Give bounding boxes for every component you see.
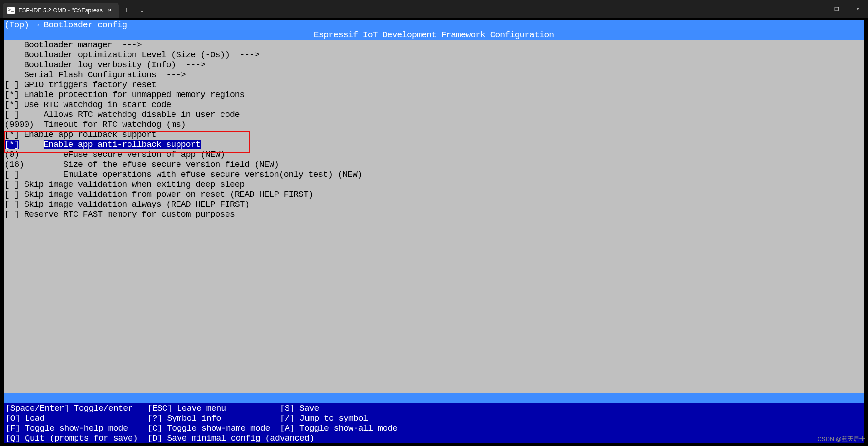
breadcrumb: (Top) → Bootloader config [4,20,864,30]
help-bar: [Space/Enter] Toggle/enter [ESC] Leave m… [4,403,864,443]
menu-item[interactable]: Bootloader optimization Level (Size (-Os… [4,50,864,60]
menu-item[interactable]: [*] Use RTC watchdog in start code [4,100,864,110]
menu-item[interactable]: (9000) Timeout for RTC watchdog (ms) [4,120,864,130]
terminal-area[interactable]: (Top) → Bootloader config Espressif IoT … [4,20,864,443]
menu-item[interactable]: [*] Enable protection for unmapped memor… [4,90,864,100]
menu-item[interactable]: [ ] Reserve RTC FAST memory for custom p… [4,209,864,219]
titlebar: >_ ESP-IDF 5.2 CMD - "C:\Espress ✕ + ⌄ —… [0,0,868,18]
menu-item[interactable]: [*] Enable app rollback support [4,130,864,140]
menu-item[interactable]: [ ] Allows RTC watchdog disable in user … [4,110,864,120]
menu-item[interactable]: [ ] Skip image validation always (READ H… [4,199,864,209]
minimize-button[interactable]: — [805,0,826,18]
menu-list: Bootloader manager ---> Bootloader optim… [4,40,864,219]
help-line: [F] Toggle show-help mode [C] Toggle sho… [4,423,864,433]
menu-item[interactable]: [ ] Skip image validation from power on … [4,189,864,199]
maximize-button[interactable]: ❐ [826,0,847,18]
help-line: [O] Load [?] Symbol info [/] Jump to sym… [4,413,864,423]
terminal-icon: >_ [7,7,15,14]
menu-item[interactable]: (0) eFuse secure version of app (NEW) [4,150,864,160]
separator-bar [4,393,864,403]
help-line: [Q] Quit (prompts for save) [D] Save min… [4,433,864,443]
menu-item[interactable]: [ ] GPIO triggers factory reset [4,80,864,90]
watermark: CSDN @蓝天居士 [817,434,865,444]
menu-item[interactable]: [ ] Emulate operations with efuse secure… [4,170,864,179]
menu-item[interactable]: Bootloader log verbosity (Info) ---> [4,60,864,70]
close-window-button[interactable]: ✕ [847,0,868,18]
menu-item[interactable]: Bootloader manager ---> [4,40,864,50]
tab-title: ESP-IDF 5.2 CMD - "C:\Espress [18,5,103,15]
new-tab-button[interactable]: + [119,3,134,18]
help-line: [Space/Enter] Toggle/enter [ESC] Leave m… [4,403,864,413]
active-tab[interactable]: >_ ESP-IDF 5.2 CMD - "C:\Espress ✕ [3,3,119,18]
menu-item[interactable]: (16) Size of the efuse secure version fi… [4,160,864,170]
close-tab-button[interactable]: ✕ [106,7,113,14]
tab-dropdown-button[interactable]: ⌄ [134,3,150,18]
menu-item[interactable]: [ ] Skip image validation when exiting d… [4,179,864,189]
config-title: Espressif IoT Development Framework Conf… [4,30,864,40]
menu-item[interactable]: Serial Flash Configurations ---> [4,70,864,80]
menu-item[interactable]: [*] Enable app anti-rollback support [4,140,864,150]
